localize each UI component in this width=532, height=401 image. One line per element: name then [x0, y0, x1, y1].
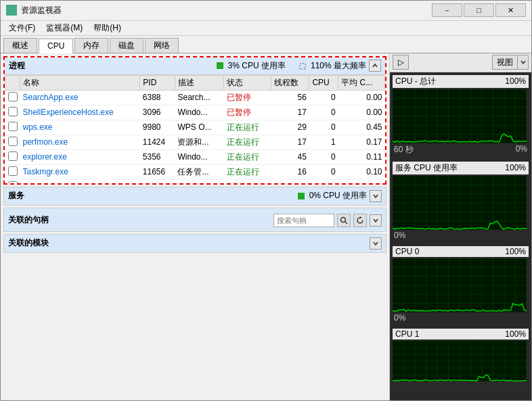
modules-header: 关联的模块: [4, 235, 386, 252]
row-cpu: 1: [309, 135, 338, 149]
row-cpu: 0: [309, 179, 338, 183]
handles-collapse-btn[interactable]: [370, 214, 382, 227]
process-table-header: 名称 PID 描述 状态 线程数 CPU 平均 C...: [5, 75, 385, 90]
modules-stats: [370, 237, 382, 250]
window-frame: 资源监视器 － □ ✕ 文件(F) 监视器(M) 帮助(H) 概述 CPU 内存…: [0, 0, 532, 401]
cpu1-section: CPU 1 100%: [390, 323, 531, 381]
service-cpu-label-bar: 服务 CPU 使用率 100%: [393, 162, 529, 174]
col-threads[interactable]: 线程数: [271, 75, 309, 90]
row-cpu: 0: [309, 105, 338, 120]
row-checkbox[interactable]: [8, 107, 18, 116]
modules-section: 关联的模块: [3, 234, 386, 253]
search-handles-input[interactable]: [277, 216, 331, 225]
row-avg: 0.10: [338, 164, 385, 179]
table-row[interactable]: TextInputHost.exe 6944 TextIn... 正在运行 22…: [5, 179, 385, 183]
row-checkbox[interactable]: [8, 181, 18, 183]
col-checkbox[interactable]: [5, 75, 20, 90]
cpu-total-section: CPU - 总计 100% 60 秒 0%: [390, 72, 531, 156]
process-table-container[interactable]: 名称 PID 描述 状态 线程数 CPU 平均 C... SearchApp.e…: [5, 75, 385, 183]
table-row[interactable]: explorer.exe 5356 Windo... 正在运行 45 0 0.1…: [5, 149, 385, 164]
row-checkbox[interactable]: [8, 166, 18, 176]
modules-collapse-btn[interactable]: [370, 237, 382, 250]
tab-overview[interactable]: 概述: [3, 38, 37, 53]
service-bottom-label: 0%: [393, 230, 529, 241]
search-button[interactable]: [337, 214, 351, 227]
svg-line-3: [345, 222, 347, 224]
cpu0-bottom: 0%: [394, 313, 405, 323]
menu-file[interactable]: 文件(F): [3, 21, 41, 35]
row-status: 已暂停: [224, 90, 271, 105]
row-pid: 9980: [140, 120, 175, 135]
services-section: 服务 0% CPU 使用率: [3, 187, 386, 206]
row-desc: WPS O...: [175, 120, 223, 135]
app-icon: [6, 5, 17, 16]
cpu-total-graph: [393, 89, 527, 143]
tab-memory[interactable]: 内存: [74, 38, 108, 53]
row-cpu: 0: [309, 120, 338, 135]
row-avg: 0.00: [338, 90, 385, 105]
row-desc: Windo...: [175, 149, 223, 164]
table-row[interactable]: perfmon.exe 11424 资源和... 正在运行 17 1 0.17: [5, 135, 385, 149]
row-threads: 45: [271, 149, 309, 164]
row-checkbox[interactable]: [8, 151, 18, 161]
close-button[interactable]: ✕: [495, 3, 526, 17]
row-status: 正在运行: [224, 149, 271, 164]
col-status[interactable]: 状态: [224, 75, 271, 90]
row-checkbox[interactable]: [8, 122, 18, 131]
cpu1-pct: 100%: [505, 329, 526, 339]
service-cpu-section: 服务 CPU 使用率 100% 0%: [390, 156, 531, 241]
modules-title: 关联的模块: [8, 237, 49, 249]
col-pid[interactable]: PID: [140, 75, 175, 90]
cpu1-graph: [393, 341, 527, 381]
row-pid: 3096: [140, 105, 175, 120]
refresh-button[interactable]: [353, 214, 367, 227]
cpu-dot: [217, 62, 223, 69]
minimize-button[interactable]: －: [432, 3, 462, 17]
view-dropdown-btn[interactable]: [518, 55, 529, 70]
maximize-button[interactable]: □: [464, 3, 494, 17]
services-dot: [298, 193, 305, 199]
col-cpu[interactable]: CPU: [309, 75, 338, 90]
table-row[interactable]: Taskmgr.exe 11656 任务管... 正在运行 16 0 0.10: [5, 164, 385, 179]
tab-disk[interactable]: 磁盘: [110, 38, 143, 53]
row-cpu: 0: [309, 164, 338, 179]
cpu-total-pct: 100%: [505, 76, 526, 86]
menu-monitor[interactable]: 监视器(M): [41, 21, 88, 35]
menu-bar: 文件(F) 监视器(M) 帮助(H): [1, 21, 531, 36]
col-desc[interactable]: 描述: [175, 75, 223, 90]
row-desc: TextIn...: [175, 179, 223, 183]
table-row[interactable]: ShellExperienceHost.exe 3096 Windo... 已暂…: [5, 105, 385, 120]
row-checkbox[interactable]: [8, 92, 18, 101]
row-threads: 29: [271, 120, 309, 135]
row-avg: 0.09: [338, 179, 385, 183]
services-title: 服务: [8, 190, 24, 202]
title-bar-left: 资源监视器: [6, 5, 62, 16]
time-pct: 0%: [516, 144, 527, 156]
tab-cpu[interactable]: CPU: [39, 39, 73, 53]
view-label[interactable]: 视图: [492, 55, 518, 70]
tab-network[interactable]: 网络: [145, 38, 179, 53]
row-threads: 17: [271, 105, 309, 120]
row-name: Taskmgr.exe: [20, 164, 140, 179]
table-row[interactable]: wps.exe 9980 WPS O... 正在运行 29 0 0.45: [5, 120, 385, 135]
process-collapse-btn[interactable]: [369, 60, 381, 72]
col-avg[interactable]: 平均 C...: [338, 75, 385, 90]
services-cpu: 0% CPU 使用率: [309, 190, 367, 202]
cpu0-section: CPU 0 100% 0%: [390, 241, 531, 323]
services-header: 服务 0% CPU 使用率: [4, 187, 386, 205]
menu-help[interactable]: 帮助(H): [88, 21, 127, 35]
col-name[interactable]: 名称: [20, 75, 140, 90]
right-panel-header: ▷ 视图: [390, 53, 531, 72]
handles-section: 关联的句柄: [3, 208, 386, 232]
table-row[interactable]: SearchApp.exe 6388 Search... 已暂停 56 0 0.…: [5, 90, 385, 105]
row-name: TextInputHost.exe: [20, 179, 140, 183]
services-collapse-btn[interactable]: [370, 190, 382, 202]
row-desc: 资源和...: [175, 135, 223, 149]
row-status: 正在运行: [224, 120, 271, 135]
row-cpu: 0: [309, 90, 338, 105]
time-label: 60 秒: [394, 144, 414, 156]
row-status: 正在运行: [224, 179, 271, 183]
cpu0-graph: [393, 258, 527, 312]
row-checkbox[interactable]: [8, 137, 18, 146]
expand-button[interactable]: ▷: [393, 55, 409, 70]
